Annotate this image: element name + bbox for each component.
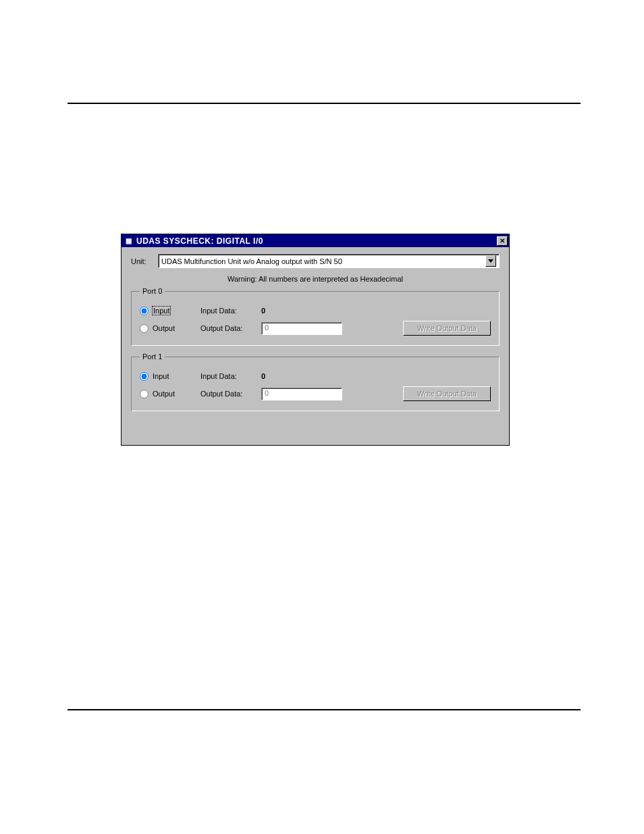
port1-output-radio[interactable] xyxy=(140,390,149,398)
page-rule-bottom xyxy=(68,709,581,710)
port0-output-data-label: Output Data: xyxy=(200,324,261,332)
port0-output-row: Output Output Data: 0 Write Output Data xyxy=(140,319,491,337)
port0-input-row: Input Input Data: 0 xyxy=(140,302,491,319)
port0-write-output-button[interactable]: Write Output Data xyxy=(403,321,491,336)
port1-input-radio[interactable] xyxy=(140,372,149,381)
close-button[interactable]: ✕ xyxy=(497,236,508,246)
port0-output-radio-label: Output xyxy=(153,324,175,332)
port1-group: Port 1 Input Input Data: 0 Output Output… xyxy=(131,353,500,411)
port1-input-data-value: 0 xyxy=(261,372,349,380)
unit-label: Unit: xyxy=(131,257,158,265)
hex-warning-text: Warning: All numbers are interpreted as … xyxy=(131,275,500,283)
svg-marker-0 xyxy=(488,259,493,263)
port1-input-radio-label: Input xyxy=(153,372,169,380)
page-rule-top xyxy=(68,103,581,104)
port1-input-data-label: Input Data: xyxy=(200,372,261,380)
port1-output-radio-wrap[interactable]: Output xyxy=(140,390,200,398)
port0-output-radio[interactable] xyxy=(140,324,149,333)
port1-output-data-col: 0 xyxy=(261,388,349,400)
port1-output-data-label: Output Data: xyxy=(200,390,261,398)
port1-write-output-button[interactable]: Write Output Data xyxy=(403,386,491,401)
unit-selected-text: UDAS Multifunction Unit w/o Analog outpu… xyxy=(161,257,485,265)
port1-output-data-input[interactable]: 0 xyxy=(261,388,342,400)
port1-input-radio-wrap[interactable]: Input xyxy=(140,372,200,381)
chevron-down-icon[interactable] xyxy=(485,255,496,267)
dialog-body: Unit: UDAS Multifunction Unit w/o Analog… xyxy=(122,247,509,427)
port1-legend: Port 1 xyxy=(140,353,165,361)
port1-input-row: Input Input Data: 0 xyxy=(140,367,491,385)
close-icon: ✕ xyxy=(500,237,505,244)
unit-row: Unit: UDAS Multifunction Unit w/o Analog… xyxy=(131,254,500,268)
port0-input-radio-wrap[interactable]: Input xyxy=(140,307,200,315)
unit-combobox[interactable]: UDAS Multifunction Unit w/o Analog outpu… xyxy=(158,254,500,268)
port1-output-radio-label: Output xyxy=(153,390,175,398)
port0-input-data-value: 0 xyxy=(261,307,349,315)
window-title: UDAS SYSCHECK: DIGITAL I/0 xyxy=(136,236,497,246)
port0-group: Port 0 Input Input Data: 0 Output Output… xyxy=(131,287,500,346)
port0-input-radio[interactable] xyxy=(140,307,149,315)
app-icon: ▦ xyxy=(123,236,134,246)
port0-legend: Port 0 xyxy=(140,287,165,295)
port0-output-data-input[interactable]: 0 xyxy=(261,322,342,335)
port1-output-row: Output Output Data: 0 Write Output Data xyxy=(140,385,491,402)
port0-input-data-label: Input Data: xyxy=(200,307,261,315)
port0-input-radio-label: Input xyxy=(153,307,170,315)
port0-output-radio-wrap[interactable]: Output xyxy=(140,324,200,333)
digital-io-dialog: ▦ UDAS SYSCHECK: DIGITAL I/0 ✕ Unit: UDA… xyxy=(121,234,510,446)
port0-output-data-col: 0 xyxy=(261,322,349,335)
titlebar[interactable]: ▦ UDAS SYSCHECK: DIGITAL I/0 ✕ xyxy=(122,234,509,247)
